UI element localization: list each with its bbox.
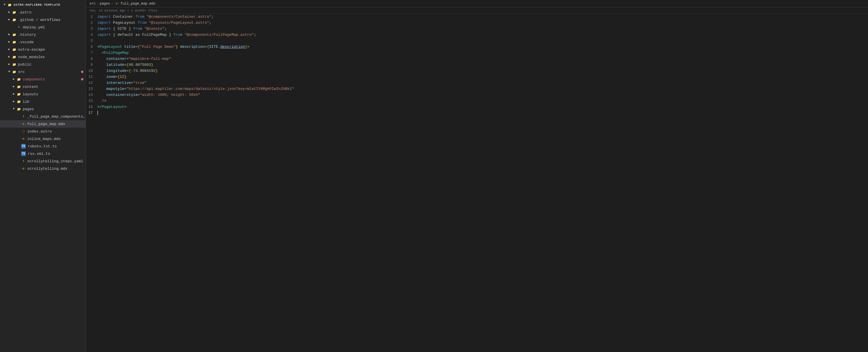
folder-icon: 📁 <box>17 77 21 81</box>
sidebar-label: layouts <box>23 92 38 97</box>
sidebar-label: .astro <box>18 10 32 14</box>
root-folder[interactable]: ▼ 📁 ASTRO-MAPLIBRE-TEMPLATE <box>0 1 86 9</box>
line-number: 12 <box>86 80 97 86</box>
line-number: 11 <box>86 74 97 80</box>
folder-icon: 📁 <box>17 99 21 104</box>
breadcrumb: src › pages › ·x· full_page_map.mdx <box>86 0 868 7</box>
code-line-8: 8 container="maplibre-full-map" <box>86 56 868 62</box>
sidebar-item-pages[interactable]: ▼ 📁 pages <box>0 105 86 113</box>
modified-badge <box>81 78 83 80</box>
sidebar-label: robots.txt.ts <box>28 144 57 148</box>
root-label: ASTRO-MAPLIBRE-TEMPLATE <box>13 3 60 7</box>
folder-icon: 📁 <box>12 55 17 59</box>
sidebar-item-full-page-map-components-yaml[interactable]: ▶ ! _full_page_map_components.yaml <box>0 113 86 120</box>
yaml-icon: ! <box>21 159 26 164</box>
line-content: container="maplibre-full-map" <box>97 56 868 62</box>
chevron-right-icon: ▶ <box>7 47 11 52</box>
sidebar-item-components[interactable]: ▶ 📁 components <box>0 76 86 83</box>
line-number: 4 <box>86 32 97 38</box>
ts-icon: TS <box>21 151 26 156</box>
line-number: 2 <box>86 20 97 26</box>
sidebar-item-scrollytelling-steps-yaml[interactable]: ▶ ! scrollytelling_steps.yaml <box>0 157 86 165</box>
code-line-14: 14 containerstyle="width: 100%; height: … <box>86 92 868 98</box>
sidebar-label: lib <box>23 100 29 104</box>
sidebar-label: inline_maps.mdx <box>27 137 61 141</box>
folder-icon: 📁 <box>12 17 17 22</box>
sidebar-item-index-astro[interactable]: ▶ ⬡ index.astro <box>0 128 86 135</box>
blame-text: You, 23 minutes ago | 1 author (You) <box>89 9 158 12</box>
line-content: latitude={40.8075803} <box>97 62 868 68</box>
sidebar-label: .history <box>18 33 36 37</box>
line-content: import Container from "@components/Conta… <box>97 14 868 20</box>
line-content: import PageLayout from "@layouts/PageLay… <box>97 20 868 26</box>
sidebar-item-extra-escape[interactable]: ▶ 📁 extra-escape <box>0 46 86 53</box>
mdx-icon: ·x· <box>21 121 26 126</box>
line-content <box>97 110 868 116</box>
line-number: 9 <box>86 62 97 68</box>
chevron-right-icon: ▶ <box>11 77 16 81</box>
sidebar-item-deploy-yml[interactable]: ▶ ! deploy.yml <box>0 24 86 31</box>
code-line-5: 5 <box>86 38 868 44</box>
folder-icon: 📁 <box>12 70 17 74</box>
line-content: <PageLayout title={"Full Page Demo"} des… <box>97 44 868 50</box>
chevron-right-icon: ▶ <box>11 92 16 97</box>
sidebar-label: .vscode <box>18 40 34 44</box>
sidebar-item-full-page-map-mdx[interactable]: ▶ ·x· full_page_map.mdx <box>0 120 86 128</box>
line-content: </PageLayout> <box>97 104 868 110</box>
chevron-down-icon: ▼ <box>2 3 7 7</box>
sidebar-item-astro[interactable]: ▶ 📁 .astro <box>0 9 86 16</box>
folder-icon: 📁 <box>17 92 21 97</box>
sidebar-item-layouts[interactable]: ▶ 📁 layouts <box>0 91 86 98</box>
chevron-right-icon: ▶ <box>11 84 16 89</box>
breadcrumb-file: ·x· full_page_map.mdx <box>114 2 156 6</box>
sidebar-label: node_modules <box>18 55 45 59</box>
line-number: 17 <box>86 110 97 116</box>
code-line-17: 17 <box>86 110 868 116</box>
sidebar-item-content[interactable]: ▶ 📁 content <box>0 83 86 91</box>
code-line-4: 4 import { default as FullPageMap } from… <box>86 32 868 38</box>
breadcrumb-sep: › <box>97 2 99 5</box>
sidebar-item-history[interactable]: ▶ 📁 .history <box>0 31 86 38</box>
line-number: 14 <box>86 92 97 98</box>
sidebar-label: scrollytelling_steps.yaml <box>27 159 83 164</box>
line-number: 7 <box>86 50 97 56</box>
sidebar-label: rss.xml.ts <box>28 152 50 156</box>
sidebar-item-github-workflows[interactable]: ▶ 📁 .github / workflows <box>0 16 86 24</box>
sidebar-label: content <box>23 85 38 89</box>
git-blame-bar: You, 23 minutes ago | 1 author (You) <box>86 7 868 14</box>
modified-badge <box>81 71 83 73</box>
line-content: <FullPageMap <box>97 50 868 56</box>
sidebar-label: pages <box>23 107 34 111</box>
mdx-icon: ·x· <box>21 166 26 171</box>
sidebar-item-inline-maps-mdx[interactable]: ▶ ·x· inline_maps.mdx <box>0 135 86 143</box>
line-number: 1 <box>86 14 97 20</box>
sidebar-item-vscode[interactable]: ▶ 📁 .vscode <box>0 38 86 46</box>
mdx-icon: ·x· <box>21 137 26 141</box>
sidebar-label: full_page_map.mdx <box>27 122 65 126</box>
sidebar-item-scrollytelling-mdx[interactable]: ▶ ·x· scrollytelling.mdx <box>0 165 86 172</box>
sidebar-label: index.astro <box>27 129 52 134</box>
folder-icon: 📁 <box>12 10 17 14</box>
sidebar-label: _full_page_map_components.yaml <box>27 114 86 119</box>
chevron-right-icon: ▶ <box>11 99 16 104</box>
chevron-down-icon: ▼ <box>11 107 16 111</box>
editor-panel: src › pages › ·x· full_page_map.mdx You,… <box>86 0 868 352</box>
sidebar-item-public[interactable]: ▶ 📁 public <box>0 61 86 68</box>
astro-icon: ⬡ <box>21 129 26 134</box>
chevron-right-icon: ▶ <box>7 55 11 59</box>
breadcrumb-sep2: › <box>111 2 113 5</box>
code-line-6: 6 <PageLayout title={"Full Page Demo"} d… <box>86 44 868 50</box>
code-line-12: 12 interactive="true" <box>86 80 868 86</box>
breadcrumb-src: src <box>89 2 96 6</box>
sidebar-item-rss-xml-ts[interactable]: ▶ TS rss.xml.ts <box>0 150 86 157</box>
breadcrumb-pages: pages <box>100 2 110 6</box>
line-content: import { SITE } from "@consts"; <box>97 26 868 32</box>
yaml-icon: ! <box>21 114 26 119</box>
folder-icon: 📁 <box>12 62 17 67</box>
sidebar-item-robots-txt-ts[interactable]: ▶ TS robots.txt.ts <box>0 143 86 150</box>
sidebar-item-node-modules[interactable]: ▶ 📁 node_modules <box>0 53 86 61</box>
code-editor[interactable]: 1 import Container from "@components/Con… <box>86 14 868 352</box>
sidebar-item-lib[interactable]: ▶ 📁 lib <box>0 98 86 105</box>
sidebar-item-src[interactable]: ▼ 📁 src <box>0 68 86 76</box>
ts-icon: TS <box>21 144 26 148</box>
